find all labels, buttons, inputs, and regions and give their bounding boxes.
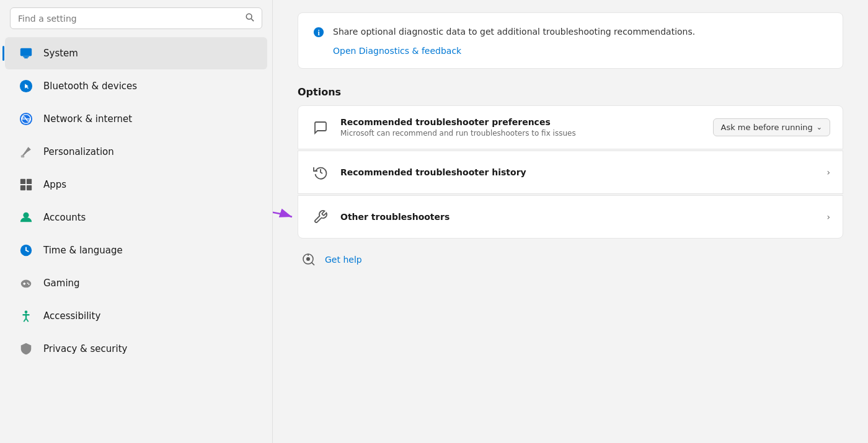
svg-point-33: [306, 257, 310, 261]
dropdown-recommended-prefs[interactable]: Ask me before running ⌄: [713, 118, 830, 136]
option-title-other-troubleshooters: Other troubleshooters: [340, 212, 817, 222]
info-text: Share optional diagnostic data to get ad…: [333, 25, 695, 38]
sidebar-item-label-bluetooth: Bluetooth & devices: [43, 81, 137, 92]
sidebar-item-accounts[interactable]: Accounts: [5, 201, 267, 234]
time-icon: [17, 242, 35, 259]
sidebar-item-system[interactable]: System: [5, 37, 267, 69]
bluetooth-icon: [17, 77, 35, 95]
sidebar-item-time[interactable]: Time & language: [5, 234, 267, 266]
svg-point-0: [246, 14, 252, 19]
info-icon: i: [313, 27, 324, 40]
chevron-right-icon: ›: [826, 212, 830, 222]
svg-point-21: [27, 283, 29, 284]
svg-rect-10: [20, 179, 25, 184]
sidebar-item-label-time: Time & language: [43, 245, 123, 256]
svg-rect-12: [20, 185, 25, 190]
arrow-annotation: [273, 201, 298, 232]
sidebar-item-label-personalization: Personalization: [43, 146, 114, 157]
history-icon: [311, 162, 330, 182]
chevron-right-icon: ›: [826, 167, 830, 177]
sidebar-item-network[interactable]: Network & internet: [5, 103, 267, 135]
sidebar-item-label-apps: Apps: [43, 179, 66, 190]
option-title-recommended-prefs: Recommended troubleshooter preferences: [340, 117, 703, 127]
svg-point-18: [21, 280, 32, 288]
search-input[interactable]: [18, 14, 241, 24]
svg-rect-9: [21, 156, 25, 158]
main-content: i Share optional diagnostic data to get …: [273, 0, 868, 443]
option-title-troubleshooter-history: Recommended troubleshooter history: [340, 167, 817, 177]
svg-point-14: [23, 213, 29, 218]
sidebar-nav: SystemBluetooth & devicesNetwork & inter…: [0, 37, 272, 366]
get-help-label[interactable]: Get help: [325, 255, 362, 265]
svg-point-23: [25, 310, 28, 314]
option-desc-recommended-prefs: Microsoft can recommend and run troubles…: [340, 129, 703, 138]
sidebar-item-personalization[interactable]: Personalization: [5, 136, 267, 168]
svg-rect-3: [23, 56, 29, 58]
open-diagnostics-link[interactable]: Open Diagnostics & feedback: [333, 46, 695, 56]
sidebar-item-accessibility[interactable]: Accessibility: [5, 300, 267, 332]
svg-line-27: [26, 318, 29, 322]
svg-rect-13: [27, 185, 32, 190]
accessibility-icon: [17, 307, 35, 325]
sidebar: SystemBluetooth & devicesNetwork & inter…: [0, 0, 273, 443]
option-card-troubleshooter-history[interactable]: Recommended troubleshooter history›: [298, 151, 843, 194]
svg-point-22: [28, 284, 29, 285]
svg-rect-11: [27, 179, 32, 184]
network-icon: [17, 110, 35, 128]
sidebar-item-bluetooth[interactable]: Bluetooth & devices: [5, 70, 267, 102]
sidebar-item-label-accounts: Accounts: [43, 212, 86, 223]
gaming-icon: [17, 274, 35, 292]
sidebar-item-apps[interactable]: Apps: [5, 169, 267, 201]
search-icon: [246, 13, 254, 24]
sidebar-item-label-gaming: Gaming: [43, 278, 80, 289]
sidebar-item-label-network: Network & internet: [43, 113, 132, 125]
chat-icon: [311, 118, 330, 138]
option-card-recommended-prefs[interactable]: Recommended troubleshooter preferencesMi…: [298, 105, 843, 149]
sidebar-item-label-system: System: [43, 48, 78, 59]
svg-rect-4: [24, 57, 28, 58]
sidebar-item-label-privacy: Privacy & security: [43, 343, 127, 354]
options-title: Options: [298, 86, 843, 98]
options-list: Recommended troubleshooter preferencesMi…: [298, 105, 843, 239]
svg-line-1: [251, 19, 254, 21]
svg-line-32: [312, 263, 314, 265]
brush-icon: [17, 143, 35, 160]
svg-rect-2: [20, 48, 32, 56]
get-help[interactable]: Get help: [298, 239, 843, 268]
privacy-icon: [17, 340, 35, 357]
get-help-icon: [300, 251, 317, 268]
info-banner: i Share optional diagnostic data to get …: [298, 12, 843, 69]
sidebar-item-label-accessibility: Accessibility: [43, 310, 100, 322]
apps-icon: [17, 176, 35, 193]
wrench-icon: [311, 207, 330, 227]
sidebar-item-privacy[interactable]: Privacy & security: [5, 333, 267, 365]
monitor-icon: [17, 45, 35, 62]
option-card-other-troubleshooters[interactable]: Other troubleshooters›: [298, 195, 843, 239]
accounts-icon: [17, 209, 35, 226]
info-content: Share optional diagnostic data to get ad…: [333, 25, 695, 56]
search-box[interactable]: [10, 7, 262, 29]
sidebar-item-gaming[interactable]: Gaming: [5, 267, 267, 299]
